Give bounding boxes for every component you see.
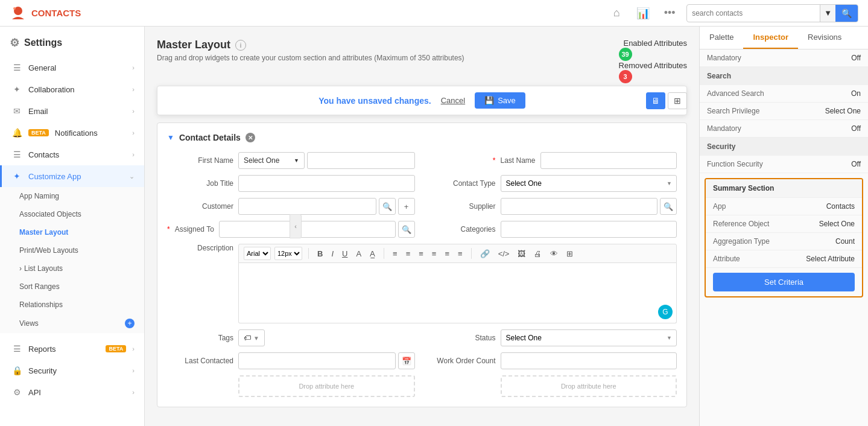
customer-add-icon[interactable]: +: [398, 198, 415, 215]
grammarly-button[interactable]: G: [658, 305, 673, 319]
sub-item-print-web-layouts[interactable]: Print/Web Layouts: [0, 241, 144, 259]
align-right-btn[interactable]: ≡: [416, 248, 426, 259]
tab-palette[interactable]: Palette: [700, 27, 743, 49]
removed-attributes-row: Removed Attributes 3: [619, 61, 687, 83]
italic-btn[interactable]: I: [329, 248, 336, 259]
first-name-select[interactable]: Select One ▼: [238, 152, 305, 169]
first-name-label: First Name: [167, 156, 233, 165]
last-contacted-label: Last Contacted: [167, 357, 233, 365]
customer-search-icon[interactable]: 🔍: [379, 198, 396, 215]
section-collapse-icon[interactable]: ▼: [167, 133, 174, 142]
sidebar-item-security[interactable]: 🔒 Security ›: [0, 360, 144, 381]
mandatory2-label: Mandatory: [707, 124, 851, 133]
font-size-select[interactable]: 12px: [274, 247, 302, 260]
calendar-icon[interactable]: 📅: [398, 352, 415, 369]
table-btn[interactable]: ⊞: [564, 248, 575, 259]
sub-item-sort-ranges[interactable]: Sort Ranges: [0, 278, 144, 296]
sidebar-item-notifications[interactable]: 🔔 BETA Notifications ›: [0, 122, 144, 144]
align-center-btn[interactable]: ≡: [404, 248, 413, 259]
tab-revisions[interactable]: Revisions: [798, 27, 851, 49]
list-ordered-btn[interactable]: ≡: [455, 248, 465, 259]
add-view-icon[interactable]: +: [125, 319, 135, 328]
function-security-value: Off: [851, 160, 861, 168]
summary-section-box: Summary Section App Contacts Reference O…: [705, 178, 863, 297]
sub-item-views[interactable]: Views +: [0, 314, 144, 333]
job-title-input[interactable]: [238, 175, 415, 192]
sidebar-item-customize-app[interactable]: ✦ Customize App ⌄: [0, 165, 144, 187]
last-contacted-input[interactable]: [238, 352, 396, 369]
sub-item-master-layout[interactable]: Master Layout: [0, 223, 144, 241]
work-order-count-input[interactable]: [501, 352, 677, 369]
supplier-search-icon[interactable]: 🔍: [660, 198, 677, 215]
last-name-input[interactable]: [540, 152, 677, 169]
sidebar-collapse-button[interactable]: ‹: [290, 214, 302, 238]
bold-btn[interactable]: B: [315, 248, 325, 259]
tab-inspector[interactable]: Inspector: [743, 27, 798, 49]
attribute-row: Attribute Select Attribute: [706, 250, 862, 268]
search-button[interactable]: 🔍: [835, 5, 858, 22]
link-btn[interactable]: 🔗: [478, 248, 492, 259]
rich-text-body[interactable]: G: [238, 263, 677, 323]
font-select[interactable]: Arial: [244, 247, 271, 260]
home-icon[interactable]: ⌂: [607, 4, 626, 23]
supplier-input[interactable]: [501, 198, 658, 215]
aggregation-type-label: Aggregation Type: [713, 237, 835, 246]
analytics-icon[interactable]: 📊: [633, 4, 653, 23]
assigned-to-search-icon[interactable]: 🔍: [398, 221, 415, 238]
app-name: CONTACTS: [31, 8, 81, 18]
code-btn[interactable]: </>: [496, 248, 512, 259]
status-select[interactable]: Select One: [501, 329, 677, 346]
sidebar-item-contacts[interactable]: ☰ Contacts ›: [0, 144, 144, 165]
app-logo[interactable]: CONTACTS: [10, 5, 81, 22]
sidebar: ⚙ Settings ☰ General › ✦ Collaboration ›…: [0, 27, 145, 426]
reference-object-label: Reference Object: [713, 220, 819, 228]
chevron-general: ›: [132, 64, 135, 71]
drop-attribute-left[interactable]: Drop attribute here: [238, 375, 415, 397]
sub-item-associated-objects[interactable]: Associated Objects: [0, 205, 144, 223]
print-btn[interactable]: 🖨: [531, 248, 544, 259]
sidebar-item-reports[interactable]: ☰ Reports BETA ›: [0, 338, 144, 360]
search-privilege-row: Search Privilege Select One: [700, 103, 868, 120]
sub-item-app-naming[interactable]: App Naming: [0, 187, 144, 205]
save-button[interactable]: 💾 Save: [475, 92, 525, 109]
search-input[interactable]: [687, 9, 820, 17]
cancel-link[interactable]: Cancel: [441, 96, 465, 105]
more-icon[interactable]: •••: [660, 4, 679, 23]
first-name-input[interactable]: [307, 152, 415, 169]
image-btn[interactable]: 🖼: [515, 248, 528, 259]
customer-input[interactable]: [238, 198, 376, 215]
underline-btn[interactable]: U: [340, 248, 350, 259]
grid-view-btn[interactable]: ⊞: [668, 92, 687, 109]
align-justify-btn[interactable]: ≡: [429, 248, 439, 259]
reports-icon: ☰: [11, 344, 22, 354]
advanced-search-row: Advanced Search On: [700, 85, 868, 103]
sub-item-list-layouts[interactable]: › List Layouts: [0, 259, 144, 278]
section-close-icon[interactable]: ✕: [246, 133, 255, 142]
collaboration-icon: ✦: [11, 84, 22, 94]
form-row-3: Customer 🔍 + Supplier 🔍: [167, 198, 677, 215]
sidebar-item-api[interactable]: ⚙ API ›: [0, 381, 144, 403]
sidebar-item-email[interactable]: ✉ Email ›: [0, 100, 144, 122]
tags-select[interactable]: 🏷 ▼: [238, 329, 265, 346]
sub-item-relationships[interactable]: Relationships: [0, 296, 144, 314]
set-criteria-button[interactable]: Set Criteria: [713, 273, 855, 291]
contact-type-select[interactable]: Select One: [501, 175, 677, 192]
preview-btn[interactable]: 👁: [548, 248, 560, 259]
info-icon[interactable]: i: [235, 40, 246, 51]
sidebar-item-collaboration[interactable]: ✦ Collaboration ›: [0, 78, 144, 100]
view-toggle: 🖥 ⊞: [646, 92, 687, 109]
search-dropdown[interactable]: ▼: [820, 5, 835, 22]
align-left-btn[interactable]: ≡: [390, 248, 400, 259]
drop-attribute-right[interactable]: Drop attribute here: [501, 375, 677, 397]
categories-input[interactable]: [501, 221, 677, 238]
sidebar-item-general[interactable]: ☰ General ›: [0, 57, 144, 78]
list-unordered-btn[interactable]: ≡: [442, 248, 452, 259]
desktop-view-btn[interactable]: 🖥: [646, 92, 665, 109]
inspector-mandatory-row: Mandatory Off: [700, 49, 868, 67]
font-color-btn[interactable]: A: [353, 248, 364, 259]
highlight-btn[interactable]: A̲: [367, 248, 378, 259]
main-content: Master Layout i Drag and drop widgets to…: [145, 27, 699, 426]
attributes-summary: Enabled Attributes 39 Removed Attributes…: [619, 39, 687, 83]
assigned-to-input[interactable]: [219, 221, 396, 238]
sub-items-customize: App Naming Associated Objects Master Lay…: [0, 187, 144, 333]
